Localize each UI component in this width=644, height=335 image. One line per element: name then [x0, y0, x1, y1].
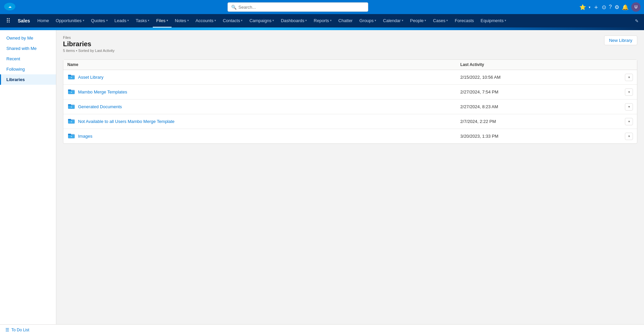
bell-icon[interactable]: 🔔	[622, 4, 629, 10]
cell-name: ≡ Generated Documents	[63, 99, 456, 114]
cell-last-activity: 2/7/2024, 2:22 PM	[456, 114, 621, 129]
library-link[interactable]: Mambo Merge Templates	[78, 89, 127, 94]
cell-last-activity: 2/15/2022, 10:56 AM	[456, 70, 621, 85]
row-dropdown-button[interactable]: ▾	[625, 88, 633, 96]
dropdown-icon[interactable]: ▾	[589, 5, 590, 9]
svg-text:≡: ≡	[71, 76, 72, 79]
cell-last-activity: 3/20/2023, 1:33 PM	[456, 129, 621, 144]
libraries-table: Name Last Activity ≡ Asset Library 2/15/…	[63, 60, 637, 143]
nav-item-groups[interactable]: Groups ▾	[356, 14, 380, 27]
breadcrumb: Files	[63, 36, 115, 40]
app-name[interactable]: Sales	[14, 14, 34, 27]
sidebar-item-libraries[interactable]: Libraries	[0, 74, 56, 85]
library-icon: ≡	[67, 102, 75, 111]
library-icon: ≡	[67, 117, 75, 126]
list-icon: ☰	[5, 327, 9, 332]
svg-text:≡: ≡	[71, 121, 72, 123]
nav-more[interactable]: ✎	[632, 14, 641, 27]
avatar[interactable]: U	[631, 2, 641, 12]
top-bar-icons: ⭐ ▾ ＋ ⊙ ? ⚙ 🔔 U	[579, 2, 641, 12]
nav-item-opportunities[interactable]: Opportunities ▾	[52, 14, 87, 27]
nav-item-people[interactable]: People ▾	[407, 14, 430, 27]
sidebar-item-shared-with-me[interactable]: Shared with Me	[0, 43, 56, 54]
cell-name: ≡ Images	[63, 129, 456, 144]
nav-item-chatter[interactable]: Chatter	[335, 14, 356, 27]
new-library-button[interactable]: New Library	[604, 36, 637, 45]
library-link[interactable]: Generated Documents	[78, 104, 122, 109]
todo-list-label: To Do List	[11, 328, 29, 332]
svg-text:≡: ≡	[71, 91, 72, 93]
svg-rect-19	[68, 119, 71, 120]
svg-text:☁: ☁	[8, 5, 11, 8]
table-row: ≡ Asset Library 2/15/2022, 10:56 AM ▾	[63, 70, 637, 85]
svg-rect-9	[68, 89, 71, 91]
cell-action: ▾	[621, 114, 637, 129]
nav-item-quotes[interactable]: Quotes ▾	[88, 14, 111, 27]
content-header: Files Libraries 5 items • Sorted by Last…	[63, 36, 637, 57]
favorites-icon[interactable]: ⭐	[579, 4, 586, 10]
sidebar-item-recent[interactable]: Recent	[0, 54, 56, 64]
nav-items: Home Opportunities ▾ Quotes ▾ Leads ▾ Ta…	[34, 14, 632, 27]
nav-bar: ⠿ Sales Home Opportunities ▾ Quotes ▾ Le…	[0, 14, 644, 27]
library-link[interactable]: Asset Library	[78, 75, 104, 80]
cell-action: ▾	[621, 99, 637, 114]
help-icon[interactable]: ⊙	[602, 4, 606, 10]
library-icon: ≡	[67, 132, 75, 141]
library-icon: ≡	[67, 87, 75, 96]
nav-item-contacts[interactable]: Contacts ▾	[219, 14, 246, 27]
table-row: ≡ Not Available to all Users Mambo Merge…	[63, 114, 637, 129]
col-name: Name	[63, 60, 456, 70]
nav-item-accounts[interactable]: Accounts ▾	[192, 14, 219, 27]
search-input[interactable]	[239, 5, 365, 10]
library-icon: ≡	[67, 73, 75, 82]
app-launcher[interactable]: ⠿	[3, 14, 14, 27]
wave-bar	[0, 27, 644, 30]
page-title: Libraries	[63, 40, 115, 48]
svg-rect-24	[68, 134, 71, 135]
nav-item-campaigns[interactable]: Campaigns ▾	[246, 14, 277, 27]
row-dropdown-button[interactable]: ▾	[625, 118, 633, 125]
nav-item-reports[interactable]: Reports ▾	[310, 14, 335, 27]
row-dropdown-button[interactable]: ▾	[625, 74, 633, 81]
nav-item-dashboards[interactable]: Dashboards ▾	[277, 14, 310, 27]
row-dropdown-button[interactable]: ▾	[625, 103, 633, 111]
library-link[interactable]: Not Available to all Users Mambo Merge T…	[78, 119, 175, 124]
setup-icon[interactable]: ⚙	[615, 4, 619, 10]
nav-item-files[interactable]: Files ▾	[153, 14, 171, 27]
nav-item-home[interactable]: Home	[34, 14, 53, 27]
cell-name: ≡ Asset Library	[63, 70, 456, 85]
bottom-bar[interactable]: ☰ To Do List	[0, 324, 644, 335]
table-row: ≡ Mambo Merge Templates 2/27/2024, 7:54 …	[63, 85, 637, 99]
cell-name: ≡ Not Available to all Users Mambo Merge…	[63, 114, 456, 129]
cell-action: ▾	[621, 129, 637, 144]
sidebar-item-following[interactable]: Following	[0, 64, 56, 74]
nav-item-tasks[interactable]: Tasks ▾	[132, 14, 153, 27]
nav-item-forecasts[interactable]: Forecasts	[451, 14, 477, 27]
nav-item-leads[interactable]: Leads ▾	[111, 14, 132, 27]
page-subtitle: 5 items • Sorted by Last Activity	[63, 49, 115, 53]
question-icon[interactable]: ?	[609, 4, 612, 10]
col-actions	[621, 60, 637, 70]
sidebar: Owned by Me Shared with Me Recent Follow…	[0, 30, 56, 324]
nav-item-cases[interactable]: Cases ▾	[430, 14, 451, 27]
row-dropdown-button[interactable]: ▾	[625, 133, 633, 140]
nav-item-notes[interactable]: Notes ▾	[172, 14, 192, 27]
sidebar-item-owned-by-me[interactable]: Owned by Me	[0, 33, 56, 43]
nav-item-equipments[interactable]: Equipments ▾	[477, 14, 510, 27]
table-header-row: Name Last Activity	[63, 60, 637, 70]
add-icon[interactable]: ＋	[593, 3, 599, 11]
nav-item-calendar[interactable]: Calendar ▾	[380, 14, 407, 27]
table-row: ≡ Images 3/20/2023, 1:33 PM ▾	[63, 129, 637, 144]
search-box: 🔍	[228, 2, 368, 12]
table-row: ≡ Generated Documents 2/27/2024, 8:23 AM…	[63, 99, 637, 114]
svg-text:≡: ≡	[71, 135, 72, 138]
col-last-activity: Last Activity	[456, 60, 621, 70]
cell-last-activity: 2/27/2024, 7:54 PM	[456, 85, 621, 99]
salesforce-logo[interactable]: ☁	[3, 0, 16, 14]
libraries-table-wrapper: Name Last Activity ≡ Asset Library 2/15/…	[63, 59, 637, 144]
cell-last-activity: 2/27/2024, 8:23 AM	[456, 99, 621, 114]
cell-action: ▾	[621, 85, 637, 99]
svg-text:≡: ≡	[71, 106, 72, 108]
library-link[interactable]: Images	[78, 134, 92, 139]
content-area: Files Libraries 5 items • Sorted by Last…	[56, 30, 644, 324]
